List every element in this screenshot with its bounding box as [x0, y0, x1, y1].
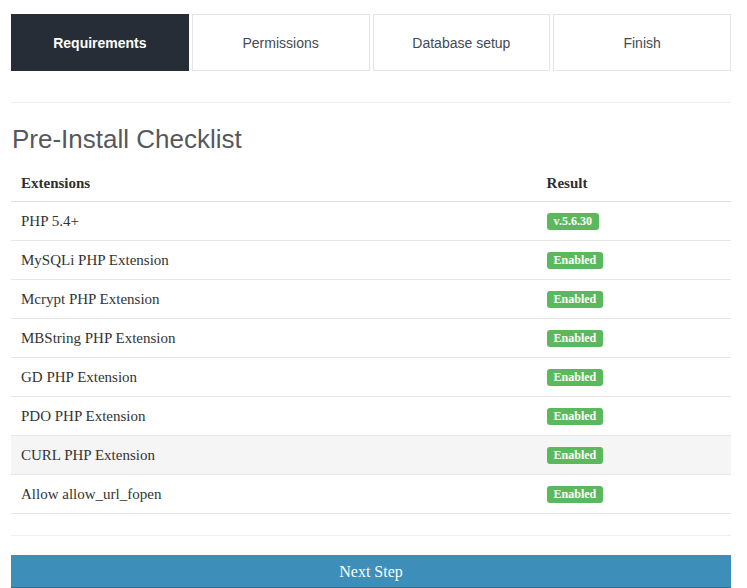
wizard-tab[interactable]: Permissions: [192, 14, 370, 71]
requirement-result-cell: Enabled: [537, 319, 731, 358]
requirement-name: Mcrypt PHP Extension: [11, 280, 537, 319]
requirement-name: PDO PHP Extension: [11, 397, 537, 436]
extensions-column-header: Extensions: [11, 166, 537, 202]
checklist-row: Mcrypt PHP Extension Enabled: [11, 280, 731, 319]
page-title: Pre-Install Checklist: [12, 124, 731, 155]
installer-page: Requirements Permissions Database setup …: [0, 0, 747, 588]
requirement-name: CURL PHP Extension: [11, 436, 537, 475]
result-column-header: Result: [537, 166, 731, 202]
requirement-result-cell: Enabled: [537, 358, 731, 397]
checklist-row: PDO PHP Extension Enabled: [11, 397, 731, 436]
requirement-result-cell: Enabled: [537, 280, 731, 319]
wizard-tab[interactable]: Database setup: [373, 14, 551, 71]
wizard-tab-label: Database setup: [412, 35, 510, 51]
status-badge: Enabled: [547, 291, 604, 308]
status-badge: v.5.6.30: [547, 213, 599, 230]
requirement-result-cell: v.5.6.30: [537, 202, 731, 241]
requirement-name: MySQLi PHP Extension: [11, 241, 537, 280]
requirement-name: GD PHP Extension: [11, 358, 537, 397]
requirement-name: PHP 5.4+: [11, 202, 537, 241]
wizard-tab[interactable]: Requirements: [11, 14, 189, 71]
table-footer-divider: [11, 535, 731, 536]
checklist-table: Extensions Result PHP 5.4+ v.5.6.30 MySQ…: [11, 166, 731, 514]
checklist-row: PHP 5.4+ v.5.6.30: [11, 202, 731, 241]
wizard-tab-label: Finish: [623, 35, 660, 51]
status-badge: Enabled: [547, 447, 604, 464]
requirement-name: MBString PHP Extension: [11, 319, 537, 358]
requirement-result-cell: Enabled: [537, 241, 731, 280]
requirement-result-cell: Enabled: [537, 436, 731, 475]
status-badge: Enabled: [547, 330, 604, 347]
next-step-button[interactable]: Next Step: [11, 555, 731, 588]
checklist-row: GD PHP Extension Enabled: [11, 358, 731, 397]
wizard-tab-label: Permissions: [243, 35, 319, 51]
requirement-result-cell: Enabled: [537, 475, 731, 514]
wizard-tabs: Requirements Permissions Database setup …: [11, 14, 731, 71]
tabs-divider: [11, 102, 731, 103]
checklist-row: Allow allow_url_fopen Enabled: [11, 475, 731, 514]
requirement-result-cell: Enabled: [537, 397, 731, 436]
checklist-row: MySQLi PHP Extension Enabled: [11, 241, 731, 280]
checklist-row: MBString PHP Extension Enabled: [11, 319, 731, 358]
wizard-tab-label: Requirements: [53, 35, 146, 51]
requirement-name: Allow allow_url_fopen: [11, 475, 537, 514]
status-badge: Enabled: [547, 408, 604, 425]
wizard-tab[interactable]: Finish: [553, 14, 731, 71]
checklist-header-row: Extensions Result: [11, 166, 731, 202]
status-badge: Enabled: [547, 369, 604, 386]
checklist-row: CURL PHP Extension Enabled: [11, 436, 731, 475]
status-badge: Enabled: [547, 486, 604, 503]
status-badge: Enabled: [547, 252, 604, 269]
